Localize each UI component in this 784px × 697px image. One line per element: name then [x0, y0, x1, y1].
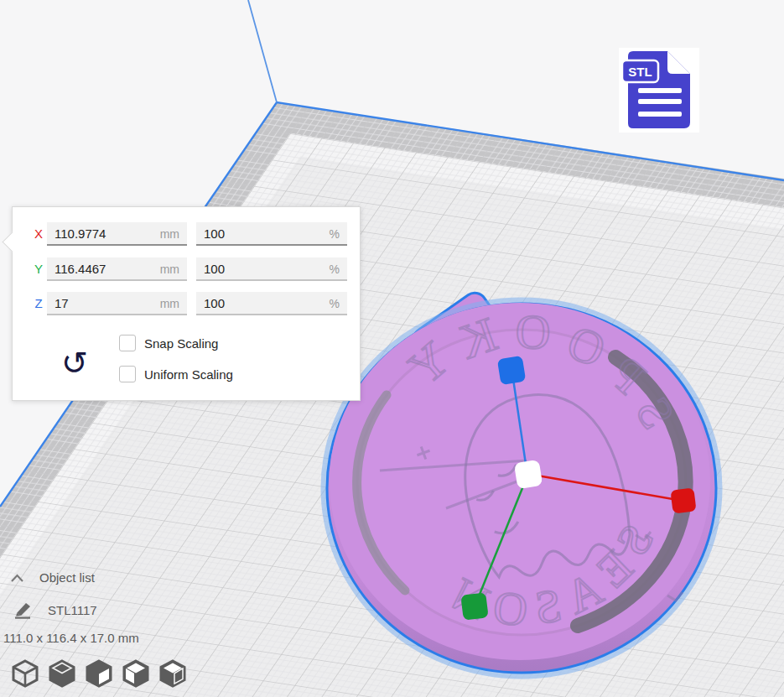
pencil-edit-icon: [13, 601, 34, 619]
scale-x-mm-input[interactable]: [47, 222, 187, 246]
uniform-scaling-checkbox[interactable]: [119, 366, 136, 382]
axis-z-label: Z: [31, 296, 46, 310]
scale-handle-uniform[interactable]: [514, 460, 543, 489]
cube-front-icon: [49, 659, 75, 688]
scale-z-mm-input[interactable]: [47, 292, 187, 315]
view-front-button[interactable]: [49, 659, 75, 688]
snap-scaling-row: Snap Scaling: [119, 335, 218, 351]
uniform-scaling-row: Uniform Scaling: [119, 366, 233, 382]
camera-view-toolbar: [12, 659, 186, 688]
viewport: SPOOKY SEASON: [0, 0, 784, 697]
scale-handle-x[interactable]: [670, 487, 696, 513]
scale-y-percent-input[interactable]: [196, 257, 347, 281]
scale-tool-panel: X mm % Y mm % Z mm: [12, 206, 361, 401]
view-right-button[interactable]: [159, 659, 186, 688]
object-list-toggle[interactable]: Object list: [10, 570, 95, 585]
cube-left-icon: [122, 659, 149, 688]
build-volume-z-edge: [248, 0, 277, 102]
object-list-label: Object list: [39, 570, 95, 585]
scale-row-z: Z mm %: [13, 292, 360, 315]
object-name-label: STL1117: [48, 603, 97, 617]
uniform-scaling-label: Uniform Scaling: [144, 367, 233, 382]
snap-scaling-checkbox[interactable]: [119, 335, 136, 351]
scale-x-percent-input[interactable]: [196, 222, 347, 246]
scale-handle-z[interactable]: [497, 356, 526, 385]
scale-y-mm-input[interactable]: [47, 257, 187, 281]
cube-3d-icon: [12, 659, 39, 688]
scale-row-y: Y mm %: [13, 257, 360, 281]
scale-row-x: X mm %: [13, 222, 360, 246]
chevron-up-icon: [10, 573, 24, 583]
view-3d-button[interactable]: [12, 659, 39, 688]
stl-file-badge: STL: [619, 48, 699, 133]
axis-x-label: X: [31, 226, 46, 241]
stl-document-icon: STL: [619, 48, 699, 133]
view-top-button[interactable]: [86, 659, 112, 688]
scale-handle-y[interactable]: [460, 592, 488, 620]
object-list-item[interactable]: STL1117: [13, 601, 97, 619]
snap-scaling-label: Snap Scaling: [144, 336, 218, 351]
scale-z-percent-input[interactable]: [196, 292, 347, 315]
reset-scale-button[interactable]: ↺: [56, 344, 93, 382]
cube-right-icon: [159, 659, 186, 688]
stl-badge-label: STL: [628, 65, 652, 79]
reset-icon: ↺: [61, 345, 88, 382]
view-left-button[interactable]: [122, 659, 149, 688]
model-dimensions-label: 111.0 x 116.4 x 17.0 mm: [3, 631, 139, 645]
axis-y-label: Y: [31, 262, 46, 276]
cube-top-icon: [86, 659, 112, 688]
